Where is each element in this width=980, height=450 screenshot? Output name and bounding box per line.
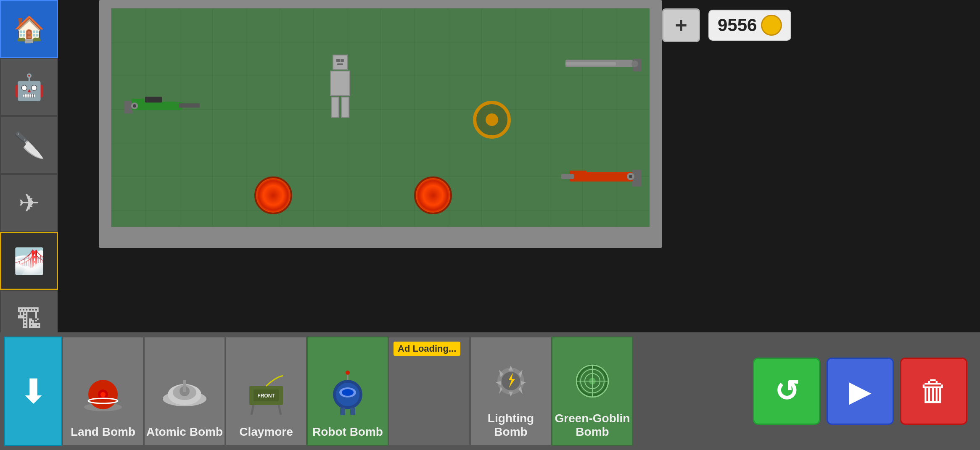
bottom-toolbar: ⬇ Land Bomb — [0, 332, 980, 450]
svg-rect-15 — [561, 174, 574, 179]
play-button[interactable]: ▶ — [827, 358, 894, 425]
svg-point-6 — [133, 104, 136, 108]
figure-2-leg-r — [341, 97, 349, 118]
currency-amount: 9556 — [718, 15, 757, 35]
weapon-right-top — [557, 50, 641, 77]
atomic-bomb-svg — [159, 369, 210, 416]
weapon-right-bottom — [557, 162, 641, 193]
lighting-bomb-svg — [486, 354, 536, 404]
svg-point-29 — [100, 392, 106, 397]
slot-loading: Ad Loading... — [388, 337, 470, 446]
sidebar-item-weapons[interactable]: ✈ — [0, 174, 58, 232]
land-bomb-svg — [78, 371, 128, 413]
right-bottom-gun-svg — [557, 162, 641, 192]
loading-text: Loading... — [412, 343, 456, 354]
figure-2-leg-l — [331, 97, 339, 118]
ring-center — [486, 113, 498, 126]
ring-target — [473, 101, 511, 139]
claymore-icon-area: FRONT — [237, 363, 296, 422]
figure-2-legs — [331, 97, 349, 118]
coin-icon — [761, 15, 782, 36]
svg-rect-4 — [179, 103, 200, 108]
figure-2-head — [333, 55, 348, 70]
right-top-gun-svg — [557, 50, 641, 76]
sidebar-item-bomb[interactable]: 🌁 — [0, 232, 58, 290]
action-buttons: ↺ ▶ 🗑 — [753, 358, 976, 425]
robot-bomb-label: Robot Bomb — [312, 425, 383, 439]
slot-lighting-bomb[interactable]: Lighting Bomb — [470, 337, 552, 446]
play-icon: ▶ — [849, 374, 872, 408]
slot-green-goblin-bomb[interactable]: Green-Goblin Bomb — [552, 337, 633, 446]
claymore-svg: FRONT — [241, 369, 291, 416]
svg-rect-46 — [340, 408, 345, 415]
green-goblin-bomb-label: Green-Goblin Bomb — [552, 412, 632, 439]
figure-2-body — [330, 71, 350, 96]
download-icon: ⬇ — [19, 372, 48, 411]
svg-rect-25 — [337, 63, 343, 65]
sidebar: 🏠 🤖 🔪 ✈ 🌁 🏗 — [0, 0, 58, 345]
atomic-bomb-label: Atomic Bomb — [146, 425, 223, 439]
svg-rect-10 — [565, 62, 616, 66]
weapon-left — [124, 92, 208, 119]
figure-2 — [330, 55, 350, 118]
claymore-label: Claymore — [239, 425, 293, 439]
svg-point-36 — [181, 374, 188, 380]
svg-text:FRONT: FRONT — [257, 393, 275, 399]
robot-bomb-icon-area — [318, 363, 377, 422]
atomic-bomb-icon-area — [155, 363, 214, 422]
green-gun-svg — [124, 92, 208, 118]
refresh-icon: ↺ — [774, 374, 799, 408]
slot-robot-bomb[interactable]: Robot Bomb — [307, 337, 388, 446]
machine-icon: 🏗 — [16, 305, 42, 334]
home-icon: 🏠 — [13, 14, 45, 44]
weapons-icon: ✈ — [18, 188, 40, 218]
download-slot[interactable]: ⬇ — [4, 337, 62, 446]
refresh-button[interactable]: ↺ — [753, 358, 820, 425]
svg-point-59 — [502, 372, 520, 390]
target-1[interactable] — [254, 176, 292, 214]
robot-bomb-svg — [322, 367, 373, 418]
svg-point-45 — [342, 389, 354, 396]
game-area[interactable] — [99, 0, 662, 248]
lighting-bomb-icon-area — [481, 350, 540, 408]
svg-rect-23 — [336, 59, 340, 62]
land-bomb-icon-area — [74, 363, 132, 422]
currency-display: 9556 — [708, 10, 791, 41]
top-right-area: + 9556 — [662, 8, 791, 42]
land-bomb-label: Land Bomb — [71, 425, 135, 439]
svg-rect-1 — [124, 101, 132, 113]
bomb-explosion-icon: 🌁 — [13, 246, 45, 276]
sidebar-item-robot[interactable]: 🤖 — [0, 58, 58, 116]
room-inner[interactable] — [111, 8, 650, 227]
svg-point-17 — [629, 175, 632, 178]
slot-claymore[interactable]: FRONT Claymore — [225, 337, 307, 446]
loading-badge: Ad Loading... — [394, 342, 460, 356]
sidebar-item-home[interactable]: 🏠 — [0, 0, 58, 58]
trash-icon: 🗑 — [919, 374, 948, 408]
target-2[interactable] — [414, 176, 452, 214]
svg-rect-22 — [335, 57, 346, 68]
add-button[interactable]: + — [662, 8, 700, 42]
green-goblin-bomb-svg — [567, 354, 618, 404]
svg-point-49 — [346, 371, 350, 375]
knife-icon: 🔪 — [13, 130, 45, 160]
room-outer — [99, 0, 662, 248]
svg-point-11 — [631, 61, 638, 67]
svg-line-39 — [279, 405, 281, 415]
svg-rect-7 — [145, 97, 162, 103]
svg-rect-24 — [341, 59, 344, 62]
slot-land-bomb[interactable]: Land Bomb — [62, 337, 144, 446]
delete-button[interactable]: 🗑 — [900, 358, 967, 425]
lighting-bomb-label: Lighting Bomb — [471, 412, 551, 439]
loading-ad-prefix: Ad — [398, 343, 410, 354]
green-goblin-bomb-icon-area — [563, 350, 622, 408]
robot-icon: 🤖 — [13, 72, 45, 102]
svg-rect-47 — [350, 408, 355, 415]
slot-atomic-bomb[interactable]: Atomic Bomb — [144, 337, 225, 446]
robot-face-2 — [334, 56, 346, 68]
svg-line-38 — [251, 405, 254, 415]
sidebar-item-knife[interactable]: 🔪 — [0, 116, 58, 174]
